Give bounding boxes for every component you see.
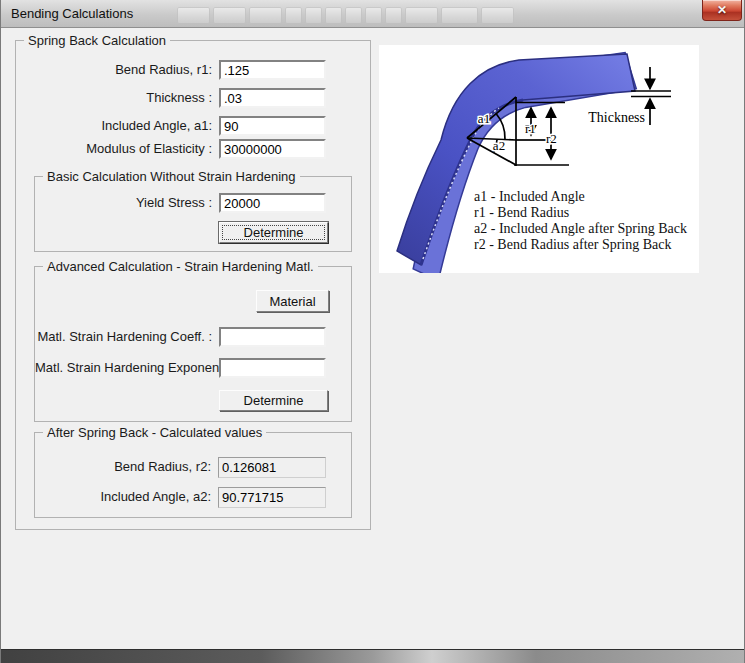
a1-dim-label: a1 xyxy=(478,111,490,126)
legend-line-r2: r2 - Bend Radius after Spring Back xyxy=(474,237,672,252)
ghost-button xyxy=(405,7,438,24)
thickness-dim-label: Thickness xyxy=(588,110,645,125)
included-angle-a1-label: Included Angle, a1: xyxy=(16,116,212,136)
r1-dim-label: r1 xyxy=(525,121,536,136)
group-title: Spring Back Calculation xyxy=(24,33,170,48)
legend-line-a2: a2 - Included Angle after Spring Back xyxy=(474,221,687,236)
strain-hardening-exponent-label: Matl. Strain Hardening Exponent : xyxy=(35,358,212,378)
ghost-button xyxy=(213,7,246,24)
included-angle-a2-label: Included Angle, a2: xyxy=(35,487,211,507)
bending-calculations-window: Bending Calculations ✕ Spring Back Calcu… xyxy=(0,0,745,663)
yield-stress-label: Yield Stress : xyxy=(35,193,212,213)
ghost-button xyxy=(325,7,342,24)
ghost-button xyxy=(345,7,362,24)
spring-back-diagram-panel: a1 a2 r1 r2 Thickness a1 - Included Angl… xyxy=(379,45,699,273)
dialog-client-area: Spring Back Calculation Bend Radius, r1:… xyxy=(1,28,744,650)
group-title: Basic Calculation Without Strain Hardeni… xyxy=(43,169,300,184)
strain-hardening-coeff-label: Matl. Strain Hardening Coeff. : xyxy=(35,327,212,347)
ghost-toolbar-artifact xyxy=(177,7,514,22)
determine-advanced-button[interactable]: Determine xyxy=(219,390,328,411)
group-advanced-calculation: Advanced Calculation - Strain Hardening … xyxy=(34,266,352,422)
modulus-of-elasticity-label: Modulus of Elasticity : xyxy=(16,139,212,159)
thickness-input[interactable] xyxy=(219,88,326,108)
legend-line-r1: r1 - Bend Radius xyxy=(474,205,569,220)
modulus-of-elasticity-input[interactable] xyxy=(219,139,326,159)
group-title: After Spring Back - Calculated values xyxy=(43,425,266,440)
included-angle-a1-input[interactable] xyxy=(219,116,326,136)
ghost-button xyxy=(305,7,322,24)
ghost-button xyxy=(481,7,514,24)
spring-back-diagram: a1 a2 r1 r2 Thickness a1 - Included Angl… xyxy=(379,45,699,273)
bend-radius-r2-value xyxy=(218,457,326,478)
a2-dim-label: a2 xyxy=(493,138,505,153)
group-title: Advanced Calculation - Strain Hardening … xyxy=(43,259,318,274)
strain-hardening-coeff-input[interactable] xyxy=(219,327,326,347)
close-icon: ✕ xyxy=(717,4,727,16)
window-title: Bending Calculations xyxy=(11,6,133,21)
material-button[interactable]: Material xyxy=(256,290,329,312)
close-button[interactable]: ✕ xyxy=(702,0,742,21)
bend-radius-r1-input[interactable] xyxy=(219,60,326,80)
ghost-button xyxy=(249,7,282,24)
thickness-label: Thickness : xyxy=(16,88,212,108)
strain-hardening-exponent-input[interactable] xyxy=(219,358,326,378)
included-angle-a2-value xyxy=(218,487,326,508)
group-spring-back-calculation: Spring Back Calculation Bend Radius, r1:… xyxy=(15,40,371,530)
group-after-spring-back: After Spring Back - Calculated values Be… xyxy=(34,432,352,518)
ghost-button xyxy=(385,7,402,24)
ghost-button xyxy=(177,7,210,24)
ghost-button xyxy=(441,7,478,24)
legend-line-a1: a1 - Included Angle xyxy=(474,189,585,204)
r2-dim-label: r2 xyxy=(546,131,557,146)
bend-radius-r1-label: Bend Radius, r1: xyxy=(16,60,212,80)
determine-basic-button[interactable]: Determine xyxy=(219,222,328,243)
ghost-button xyxy=(365,7,382,24)
ghost-button xyxy=(285,7,302,24)
group-basic-calculation: Basic Calculation Without Strain Hardeni… xyxy=(34,176,352,252)
window-bottom-frame xyxy=(1,649,744,663)
yield-stress-input[interactable] xyxy=(219,193,326,213)
bend-radius-r2-label: Bend Radius, r2: xyxy=(35,457,211,477)
titlebar[interactable]: Bending Calculations ✕ xyxy=(1,0,744,28)
